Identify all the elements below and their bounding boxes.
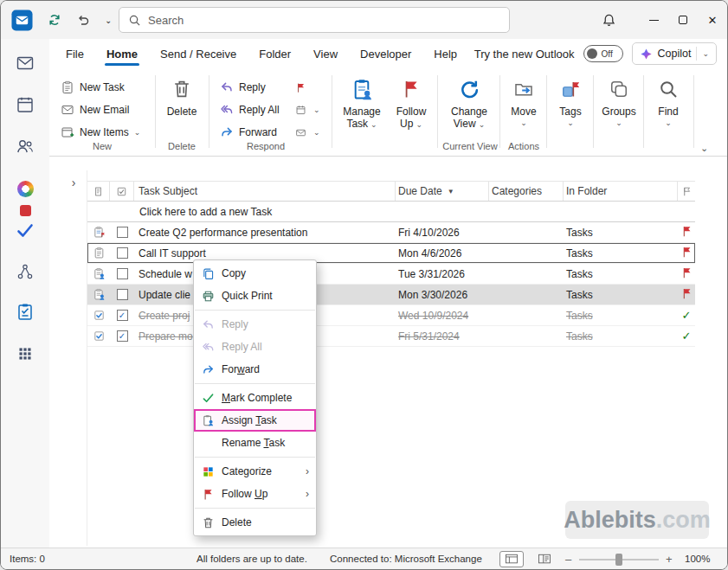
tab-folder[interactable]: Folder (248, 39, 302, 68)
people-nav-icon[interactable] (16, 137, 35, 156)
task-row[interactable]: Call IT supportMon 4/6/2026Tasks (87, 243, 695, 264)
calendar-nav-icon[interactable] (16, 95, 35, 114)
new-items-button[interactable]: New Items ⌄ (56, 122, 144, 143)
header-in-folder[interactable]: In Folder (564, 182, 678, 201)
layout-reading-view-button[interactable] (532, 551, 557, 567)
send-receive-sync-icon[interactable] (48, 13, 61, 27)
respond-flag-button[interactable] (290, 77, 312, 98)
change-view-button[interactable]: Change View⌄ (442, 75, 496, 131)
more-apps-icon[interactable] (16, 344, 35, 363)
tags-button[interactable]: Tags⌄ (551, 75, 589, 127)
new-outlook-toggle[interactable]: Off (583, 45, 623, 62)
copilot-chevron-icon[interactable]: ⌄ (702, 50, 709, 58)
tab-help[interactable]: Help (422, 39, 468, 68)
tags-icon (560, 75, 581, 103)
tasks-nav-icon-selected[interactable] (16, 303, 35, 322)
maximize-button[interactable] (668, 1, 698, 39)
reply-button[interactable]: Reply (216, 77, 269, 98)
groups-icon (609, 75, 629, 103)
tab-developer[interactable]: Developer (349, 39, 422, 68)
task-flag-cell[interactable] (678, 243, 695, 263)
menu-item-quick-print[interactable]: Quick Print (194, 285, 316, 307)
task-checkbox[interactable] (110, 285, 134, 304)
task-checkbox[interactable] (110, 222, 134, 242)
task-checkbox[interactable]: ✓ (110, 305, 134, 325)
expand-folder-pane-button[interactable]: › (65, 174, 82, 191)
menu-item-delete[interactable]: Delete (194, 511, 316, 534)
task-folder: Tasks (564, 305, 678, 325)
close-button[interactable]: ✕ (698, 1, 727, 39)
tab-file[interactable]: File (55, 39, 95, 68)
menu-item-label: Copy (222, 267, 246, 279)
header-icon-column[interactable] (87, 182, 110, 201)
menu-item-reply[interactable]: Reply (194, 313, 316, 336)
zoom-slider-handle[interactable] (615, 554, 622, 566)
minimize-button[interactable] (639, 1, 668, 39)
outlook-app-icon[interactable] (11, 10, 33, 31)
search-input[interactable] (148, 14, 500, 27)
task-row[interactable]: ✓Prepare moFri 5/31/2024Tasks✓ (87, 326, 695, 347)
follow-up-button[interactable]: Follow Up⌄ (390, 75, 432, 131)
task-flag-cell[interactable] (678, 285, 695, 304)
move-button[interactable]: Move⌄ (505, 75, 543, 127)
manage-task-button[interactable]: Manage Task⌄ (337, 75, 387, 131)
groups-colorful-nav-icon[interactable] (16, 179, 35, 198)
tab-home[interactable]: Home (95, 39, 149, 68)
notifications-bell-icon[interactable] (602, 13, 616, 28)
menu-item-categorize[interactable]: Categorize› (194, 460, 316, 483)
zoom-in-button[interactable]: + (666, 548, 673, 569)
new-email-button[interactable]: New Email (56, 99, 132, 120)
menu-item-rename-task[interactable]: Rename Task (194, 432, 316, 454)
task-row[interactable]: Schedule wTue 3/31/2026Tasks (87, 264, 695, 285)
task-flag-cell[interactable]: ✓ (678, 305, 695, 325)
org-chart-nav-icon[interactable] (16, 262, 35, 281)
task-row[interactable]: Update clieMon 3/30/2026Tasks (87, 285, 695, 305)
task-type-icon (87, 243, 110, 263)
task-flag-cell[interactable]: ✓ (678, 326, 695, 346)
header-checkbox-column[interactable] (110, 182, 134, 201)
menu-item-assign-task[interactable]: Assign Task (194, 409, 316, 432)
find-button[interactable]: Find⌄ (648, 75, 688, 127)
zoom-slider[interactable] (579, 559, 659, 560)
menu-item-reply-all[interactable]: Reply All (194, 336, 316, 358)
respond-meeting-button[interactable]: ⌄ (290, 99, 324, 120)
zoom-out-button[interactable]: – (565, 548, 571, 569)
copilot-button[interactable]: Copilot ⌄ (632, 42, 717, 65)
tab-send-receive[interactable]: Send / Receive (149, 39, 248, 68)
task-checkbox[interactable] (110, 243, 134, 263)
task-flag-cell[interactable] (678, 264, 695, 284)
menu-item-label: Reply (222, 318, 248, 330)
forward-button[interactable]: Forward (216, 122, 280, 143)
undo-icon[interactable] (76, 13, 90, 27)
respond-more-button[interactable]: ⌄ (290, 122, 324, 143)
new-task-button[interactable]: New Task (56, 77, 128, 98)
tab-view[interactable]: View (302, 39, 349, 68)
checkbox-icon (117, 227, 128, 238)
header-categories[interactable]: Categories (489, 182, 564, 201)
task-checkbox[interactable]: ✓ (110, 326, 134, 346)
menu-item-copy[interactable]: Copy (194, 262, 316, 285)
task-row[interactable]: Create Q2 performance presentationFri 4/… (87, 222, 695, 243)
header-flag-column[interactable] (678, 182, 695, 201)
search-box[interactable] (119, 7, 510, 33)
task-checkbox[interactable] (110, 264, 134, 284)
groups-button[interactable]: Groups⌄ (598, 75, 640, 127)
pinned-app-icon[interactable] (16, 204, 35, 216)
menu-item-forward[interactable]: Forward (194, 358, 316, 381)
menu-item-follow-up[interactable]: Follow Up› (194, 483, 316, 505)
reply-all-button[interactable]: Reply All (216, 99, 283, 120)
add-new-task-row[interactable]: Click here to add a new Task (87, 202, 695, 222)
header-due-date[interactable]: Due Date ▼ (396, 182, 489, 201)
task-row[interactable]: ✓Create projWed 10/9/2024Tasks✓ (87, 305, 695, 326)
new-task-icon (60, 80, 74, 94)
header-task-subject[interactable]: Task Subject (134, 182, 396, 201)
layout-table-view-button[interactable] (499, 551, 524, 567)
task-flag-cell[interactable] (678, 222, 695, 242)
quick-access-chevron-icon[interactable]: ⌄ (105, 16, 112, 25)
todo-nav-icon[interactable] (16, 221, 35, 240)
mail-nav-icon[interactable] (16, 54, 35, 73)
delete-button[interactable]: Delete (160, 75, 203, 118)
manage-task-icon (351, 75, 373, 103)
menu-item-mark-complete[interactable]: Mark Complete (194, 387, 316, 409)
ribbon-options-chevron-icon[interactable]: ⌄ (700, 143, 708, 154)
